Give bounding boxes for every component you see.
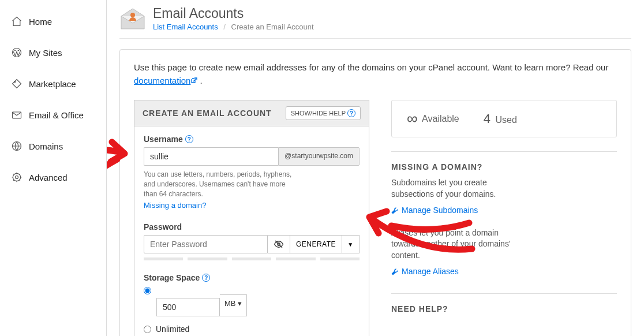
generate-password-button[interactable]: GENERATE [290,235,342,253]
gear-icon [10,171,23,184]
wrench-icon [391,268,399,275]
wordpress-icon [10,46,23,59]
intro-text: Use this page to create new email addres… [134,61,617,87]
breadcrumb-link[interactable]: List Email Accounts [153,23,218,31]
sidebar-item-label: Domains [29,141,63,151]
svg-point-1 [14,81,16,83]
username-label: Username ? [144,135,360,144]
sidebar-item-label: My Sites [29,48,62,58]
documentation-link[interactable]: documentation [134,76,197,85]
missing-domain-title: MISSING A DOMAIN? [391,151,617,171]
manage-subdomains-link[interactable]: Manage Subdomains [391,206,478,215]
sidebar-item-label: Email & Office [29,110,84,120]
external-link-icon [190,77,197,84]
create-email-panel: CREATE AN EMAIL ACCOUNT SHOW/HIDE HELP ?… [134,100,369,336]
username-hint: You can use letters, numbers, periods, h… [144,170,294,199]
need-help-title: NEED HELP? [391,293,617,313]
storage-unit-dropdown[interactable]: MB ▾ [220,294,247,316]
storage-unlimited-radio[interactable] [144,326,151,333]
infinity-icon: ∞ [407,110,418,127]
sidebar-item-home[interactable]: Home [0,6,106,37]
mail-icon [10,109,23,121]
stat-available: ∞ Available [407,110,459,128]
globe-icon [10,140,23,152]
sidebar-item-marketplace[interactable]: Marketplace [0,68,106,99]
page-header: Email Accounts List Email Accounts / Cre… [119,6,631,39]
missing-domain-link[interactable]: Missing a domain? [144,201,206,210]
sidebar-item-domains[interactable]: Domains [0,130,106,162]
unlimited-label: Unlimited [156,324,189,334]
stats-box: ∞ Available 4 Used [391,100,617,137]
right-column: ∞ Available 4 Used MISSING A DOMAIN? Sub… [391,100,617,336]
svg-point-6 [130,13,135,17]
question-icon[interactable]: ? [202,274,210,282]
sidebar-item-advanced[interactable]: Advanced [0,162,106,193]
panel-title: CREATE AN EMAIL ACCOUNT [143,109,272,118]
password-input[interactable] [144,235,268,253]
sidebar-item-mysites[interactable]: My Sites [0,37,106,68]
envelope-open-icon [119,7,146,30]
question-icon[interactable]: ? [185,135,193,143]
storage-value-input[interactable] [156,298,220,316]
content-card: Use this page to create new email addres… [119,49,631,336]
storage-limited-radio[interactable] [144,287,151,294]
tag-icon [10,77,23,90]
generate-options-dropdown[interactable]: ▼ [342,235,360,253]
eye-off-icon [274,239,284,249]
svg-point-4 [16,176,18,179]
sidebar-item-email[interactable]: Email & Office [0,99,106,130]
password-strength-meter [144,257,360,260]
toggle-password-visibility-button[interactable] [268,235,290,253]
alias-text: Aliases let you point a domain towards a… [391,227,512,262]
breadcrumb-current: Create an Email Account [231,23,314,31]
sidebar-item-label: Home [29,17,52,27]
page-title: Email Accounts [153,6,314,21]
show-hide-help-button[interactable]: SHOW/HIDE HELP ? [286,106,361,120]
main-content: Email Accounts List Email Accounts / Cre… [107,0,644,336]
breadcrumb: List Email Accounts / Create an Email Ac… [153,23,314,31]
question-icon: ? [347,109,355,117]
username-input[interactable] [144,147,278,166]
sidebar: Home My Sites Marketplace Email & Office… [0,0,107,336]
stat-used: 4 Used [484,111,517,126]
wrench-icon [391,207,399,214]
storage-label: Storage Space ? [144,273,360,282]
domain-suffix[interactable]: @startyourwpsite.com [278,147,360,166]
sidebar-item-label: Marketplace [29,79,76,89]
manage-aliases-link[interactable]: Manage Aliases [391,267,459,276]
password-label: Password [144,222,360,232]
sidebar-item-label: Advanced [29,173,68,182]
home-icon [10,15,23,28]
subdomain-text: Subdomains let you create subsections of… [391,177,512,200]
